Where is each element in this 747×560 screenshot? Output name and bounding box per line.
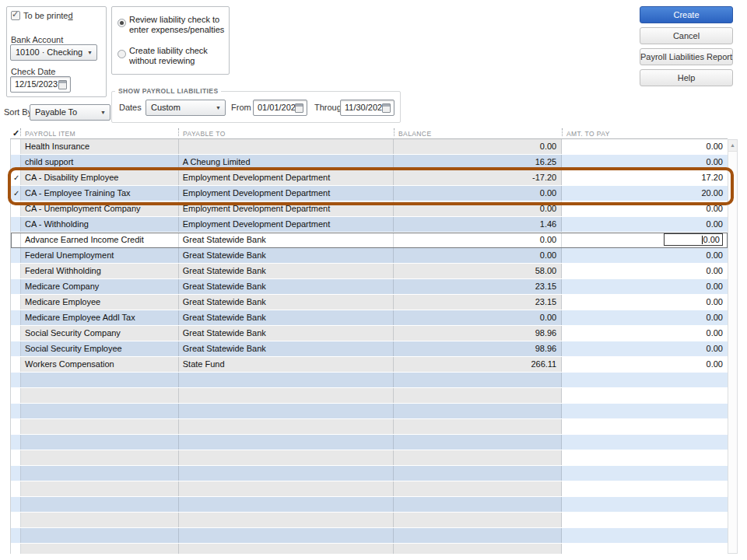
bank-account-dropdown[interactable]: 10100 · Checking ▼ bbox=[10, 44, 97, 61]
amt-to-pay-cell[interactable]: 0.00 bbox=[562, 310, 728, 325]
check-date-input[interactable]: 12/15/2023 bbox=[10, 76, 71, 93]
from-date-input[interactable]: 01/01/2023 bbox=[253, 100, 307, 116]
amt-to-pay-cell[interactable]: 0.00 bbox=[562, 341, 728, 356]
amt-edit-input[interactable]: 0.00 bbox=[664, 233, 723, 246]
table-row[interactable]: Medicare Employee Addl TaxGreat Statewid… bbox=[11, 310, 728, 326]
amt-to-pay-cell[interactable] bbox=[562, 388, 728, 403]
amt-to-pay-cell[interactable]: 0.00 bbox=[562, 295, 728, 310]
calendar-icon[interactable] bbox=[295, 103, 303, 113]
table-row[interactable]: ✓CA - Disability EmployeeEmployment Deve… bbox=[11, 170, 728, 186]
amt-to-pay-cell[interactable] bbox=[562, 544, 728, 554]
row-check-cell[interactable] bbox=[11, 279, 21, 294]
amt-to-pay-column-header[interactable]: AMT. TO PAY bbox=[562, 126, 728, 138]
balance-column-header[interactable]: BALANCE bbox=[394, 126, 562, 138]
table-row-empty[interactable] bbox=[11, 388, 728, 404]
table-row[interactable]: CA - Unemployment CompanyEmployment Deve… bbox=[11, 201, 728, 217]
row-check-cell[interactable] bbox=[11, 373, 21, 387]
row-check-cell[interactable] bbox=[11, 435, 21, 450]
table-row[interactable]: Medicare EmployeeGreat Statewide Bank23.… bbox=[11, 295, 728, 310]
amt-to-pay-cell[interactable]: 20.00 bbox=[562, 186, 728, 201]
amt-to-pay-cell[interactable]: 0.00 bbox=[562, 155, 728, 170]
row-check-cell[interactable]: ✓ bbox=[11, 170, 21, 185]
table-row-empty[interactable] bbox=[11, 497, 728, 513]
row-check-cell[interactable] bbox=[11, 450, 21, 465]
vertical-scrollbar[interactable]: ▲ bbox=[728, 139, 738, 554]
row-check-cell[interactable] bbox=[11, 388, 21, 403]
row-check-cell[interactable] bbox=[11, 544, 21, 554]
table-row[interactable]: Federal WithholdingGreat Statewide Bank5… bbox=[11, 264, 728, 279]
table-row[interactable]: Health Insurance0.000.00 bbox=[11, 139, 728, 155]
amt-to-pay-cell[interactable] bbox=[562, 435, 728, 450]
amt-to-pay-cell[interactable]: 0.00 bbox=[562, 248, 728, 263]
table-row-empty[interactable] bbox=[11, 435, 728, 450]
row-check-cell[interactable] bbox=[11, 528, 21, 543]
dates-dropdown[interactable]: Custom ▼ bbox=[146, 100, 226, 116]
table-row-empty[interactable] bbox=[11, 373, 728, 388]
review-check-radio[interactable] bbox=[117, 19, 126, 27]
payable-to-column-header[interactable]: PAYABLE TO bbox=[178, 126, 394, 138]
scroll-up-icon[interactable]: ▲ bbox=[728, 140, 737, 152]
table-row[interactable]: CA - WithholdingEmployment Development D… bbox=[11, 217, 728, 233]
table-row[interactable]: Advance Earned Income CreditGreat Statew… bbox=[11, 233, 728, 248]
table-row[interactable]: Medicare CompanyGreat Statewide Bank23.1… bbox=[11, 279, 728, 295]
row-check-cell[interactable] bbox=[11, 248, 21, 263]
amt-to-pay-cell[interactable] bbox=[562, 373, 728, 387]
amt-to-pay-cell[interactable] bbox=[562, 513, 728, 527]
table-row-empty[interactable] bbox=[11, 481, 728, 497]
check-column-header[interactable]: ✓ bbox=[10, 126, 20, 138]
amt-to-pay-cell[interactable] bbox=[562, 528, 728, 543]
amt-to-pay-cell[interactable]: 0.00 bbox=[562, 139, 728, 154]
amt-to-pay-cell[interactable]: 17.20 bbox=[562, 170, 728, 185]
row-check-cell[interactable] bbox=[11, 419, 21, 434]
table-row-empty[interactable] bbox=[11, 544, 728, 554]
row-check-cell[interactable] bbox=[11, 497, 21, 512]
amt-to-pay-cell[interactable] bbox=[562, 466, 728, 481]
table-row[interactable]: Workers CompensationState Fund266.110.00 bbox=[11, 357, 728, 373]
table-row-empty[interactable] bbox=[11, 513, 728, 528]
help-button[interactable]: Help bbox=[640, 69, 733, 86]
table-row-empty[interactable] bbox=[11, 450, 728, 466]
row-check-cell[interactable] bbox=[11, 201, 21, 216]
row-check-cell[interactable] bbox=[11, 139, 21, 154]
row-check-cell[interactable]: ✓ bbox=[11, 186, 21, 201]
row-check-cell[interactable] bbox=[11, 481, 21, 496]
calendar-icon[interactable] bbox=[382, 103, 391, 113]
row-check-cell[interactable] bbox=[11, 357, 21, 372]
row-check-cell[interactable] bbox=[11, 233, 21, 247]
amt-to-pay-cell[interactable]: 0.00 bbox=[562, 357, 728, 372]
payroll-item-column-header[interactable]: PAYROLL ITEM bbox=[20, 126, 178, 138]
table-row[interactable]: Social Security CompanyGreat Statewide B… bbox=[11, 326, 728, 341]
row-check-cell[interactable] bbox=[11, 264, 21, 278]
row-check-cell[interactable] bbox=[11, 404, 21, 418]
row-check-cell[interactable] bbox=[11, 326, 21, 341]
table-row-empty[interactable] bbox=[11, 404, 728, 419]
amt-to-pay-cell[interactable]: 0.00 bbox=[562, 233, 728, 247]
amt-to-pay-cell[interactable]: 0.00 bbox=[562, 279, 728, 294]
calendar-icon[interactable] bbox=[58, 80, 67, 89]
table-row[interactable]: Federal UnemploymentGreat Statewide Bank… bbox=[11, 248, 728, 264]
table-row[interactable]: child supportA Cheung Limited16.250.00 bbox=[11, 155, 728, 170]
sort-by-dropdown[interactable]: Payable To ▼ bbox=[30, 104, 110, 121]
cancel-button[interactable]: Cancel bbox=[640, 27, 733, 44]
row-check-cell[interactable] bbox=[11, 217, 21, 232]
table-row[interactable]: ✓CA - Employee Training TaxEmployment De… bbox=[11, 186, 728, 201]
amt-to-pay-cell[interactable]: 0.00 bbox=[562, 201, 728, 216]
to-be-printed-checkbox[interactable]: ✓ bbox=[11, 11, 20, 20]
amt-to-pay-cell[interactable]: 0.00 bbox=[562, 264, 728, 278]
amt-to-pay-cell[interactable]: 0.00 bbox=[562, 326, 728, 341]
create-button[interactable]: Create bbox=[640, 6, 733, 23]
row-check-cell[interactable] bbox=[11, 295, 21, 310]
amt-to-pay-cell[interactable] bbox=[562, 404, 728, 418]
table-row-empty[interactable] bbox=[11, 419, 728, 435]
amt-to-pay-cell[interactable] bbox=[562, 481, 728, 496]
row-check-cell[interactable] bbox=[11, 310, 21, 325]
table-row[interactable]: Social Security EmployeeGreat Statewide … bbox=[11, 341, 728, 357]
amt-to-pay-cell[interactable]: 0.00 bbox=[562, 217, 728, 232]
row-check-cell[interactable] bbox=[11, 155, 21, 170]
amt-to-pay-cell[interactable] bbox=[562, 497, 728, 512]
create-without-review-radio[interactable] bbox=[117, 50, 126, 58]
table-row-empty[interactable] bbox=[11, 528, 728, 544]
amt-to-pay-cell[interactable] bbox=[562, 419, 728, 434]
through-date-input[interactable]: 11/30/2023 bbox=[340, 100, 395, 116]
row-check-cell[interactable] bbox=[11, 341, 21, 356]
